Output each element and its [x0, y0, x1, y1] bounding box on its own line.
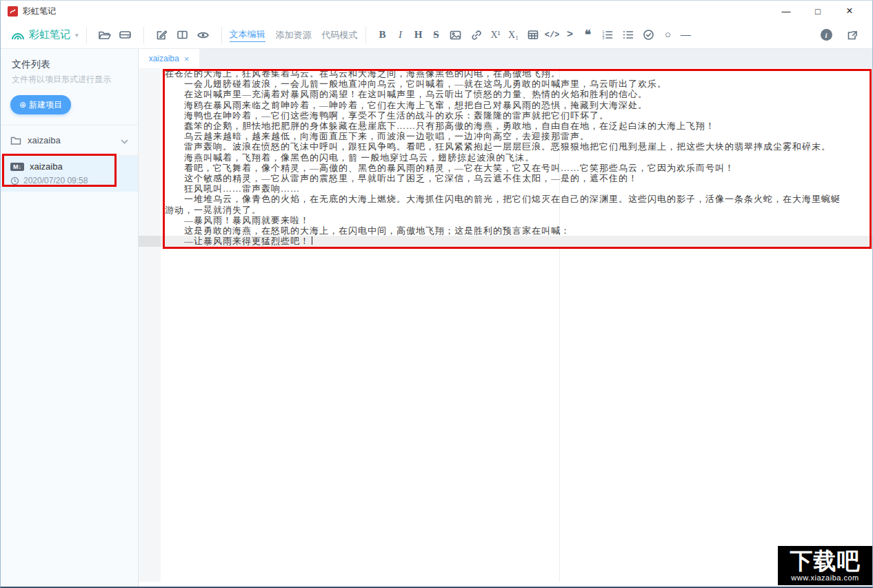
gutter-current-line-marker: [139, 236, 161, 247]
text-editor-content[interactable]: 在苍茫的大海上，狂风卷集着乌云。在乌云和大海之间，海燕像黑色的闪电，在高傲地飞翔…: [165, 68, 841, 246]
insert-image-button[interactable]: [445, 25, 466, 45]
rainbow-logo-icon: [10, 29, 26, 41]
editor-line: 海鸭也在呻吟着，—它们这些海鸭啊，享受不了生活的战斗的欢乐：轰隆隆的雷声就把它们…: [165, 110, 841, 121]
tab-label: xaizaiba: [149, 54, 179, 63]
edit-icon: [156, 30, 168, 41]
ordered-list-button[interactable]: 123: [597, 25, 618, 45]
divider: [221, 27, 222, 43]
tab-xaizaiba[interactable]: xaizaiba ×: [139, 49, 199, 68]
editor-line: 在这叫喊声里—充满着对暴风雨的渴望！在这叫喊声里，乌云听出了愤怒的力量、热情的火…: [165, 89, 841, 99]
editor-line: 看吧，它飞舞着，像个精灵，—高傲的、黑色的暴风雨的精灵，—它在大笑，它又在号叫……: [165, 163, 841, 173]
editor-line: 海鸥在暴风雨来临之前呻吟着，—呻吟着，它们在大海上飞窜，想把自己对暴风雨的恐惧，…: [165, 100, 841, 110]
minimize-button[interactable]: —: [770, 1, 802, 21]
code-button[interactable]: </>: [543, 25, 561, 45]
folder-icon: [10, 136, 21, 145]
heading-button[interactable]: H: [410, 25, 428, 45]
insert-table-button[interactable]: [523, 25, 543, 45]
editor-line: 狂风吼叫……雷声轰响……: [165, 183, 841, 194]
window-title: 彩虹笔记: [23, 6, 56, 17]
close-button[interactable]: ×: [834, 1, 865, 21]
quote-button[interactable]: ❝: [579, 25, 597, 45]
divider: [365, 27, 366, 43]
link-icon: [471, 30, 482, 41]
editor-line: 蠢笨的企鹅，胆怯地把肥胖的身体躲藏在悬崖底下……只有那高傲的海燕，勇敢地，自由自…: [165, 121, 841, 131]
editor-line: —暴风雨！暴风雨就要来啦！: [165, 215, 841, 225]
new-project-button[interactable]: ⊕ 新建项目: [10, 95, 71, 114]
sidebar-file-xaizaiba[interactable]: M↓ xaizaiba 2020/07/20 09:58: [1, 156, 138, 192]
ordered-list-icon: 123: [601, 30, 613, 40]
check-circle-icon: [643, 29, 654, 41]
info-button[interactable]: i: [816, 25, 836, 45]
folder-open-icon: [98, 30, 111, 41]
table-icon: [528, 30, 539, 40]
preview-button[interactable]: [193, 25, 214, 45]
editor-line: 海燕叫喊着，飞翔着，像黑色的闪电，箭 一般地穿过乌云，翅膀掠起波浪的飞沫。: [165, 152, 841, 163]
save-drive-button[interactable]: [115, 25, 136, 45]
subscript-button[interactable]: X₁: [505, 25, 523, 45]
tab-add-resource[interactable]: 添加资源: [276, 29, 312, 41]
bullet-list-icon: [622, 30, 634, 40]
edit-mode-button[interactable]: [152, 25, 172, 45]
editor-gutter: [139, 68, 161, 582]
columns-icon: [177, 30, 188, 40]
superscript-button[interactable]: X¹: [487, 25, 505, 45]
watermark-logo: 下载吧: [790, 549, 861, 573]
eye-icon: [197, 30, 210, 40]
blockquote-button[interactable]: >: [561, 25, 579, 45]
divider: [86, 27, 87, 43]
editor-body: 在苍茫的大海上，狂风卷集着乌云。在乌云和大海之间，海燕像黑色的闪电，在高傲地飞翔…: [139, 68, 872, 587]
clock-icon: [10, 176, 19, 185]
toolbar: 彩虹笔记 ▾: [1, 21, 872, 49]
maximize-button[interactable]: □: [802, 1, 834, 21]
bullet-list-button[interactable]: [618, 25, 639, 45]
title-bar: 彩虹笔记 — □ ×: [1, 1, 872, 21]
share-icon: [846, 30, 859, 41]
strikethrough-button[interactable]: S: [428, 25, 445, 45]
editor-line: 在苍茫的大海上，狂风卷集着乌云。在乌云和大海之间，海燕像黑色的闪电，在高傲地飞翔…: [165, 68, 841, 79]
app-name: 彩虹笔记: [29, 28, 70, 41]
sidebar-folder-xaizaiba[interactable]: xaizaiba: [1, 125, 138, 156]
file-list-sidebar: 文件列表 文件将以项目形式进行显示 ⊕ 新建项目 xaizaiba M↓ xa: [1, 49, 139, 587]
app-logo-icon: [8, 6, 18, 17]
italic-button[interactable]: I: [392, 25, 410, 45]
file-timestamp: 2020/07/20 09:58: [23, 176, 88, 185]
tab-code-mode[interactable]: 代码模式: [322, 29, 358, 41]
info-icon: i: [821, 29, 832, 41]
split-view-button[interactable]: [172, 25, 193, 45]
new-project-label: 新建项目: [29, 99, 62, 111]
tab-bar: xaizaiba ×: [139, 49, 872, 68]
chevron-down-icon: ▾: [75, 32, 79, 39]
tab-text-edit[interactable]: 文本编辑: [230, 28, 265, 42]
editor-line: 一堆堆乌云，像青色的火焰，在无底的大海上燃烧。大海抓住闪电的箭光，把它们熄灭在自…: [165, 194, 841, 214]
editor-line-current: —让暴风雨来得更猛烈些吧！: [165, 236, 841, 246]
watermark-url: www.xiazaiba.com: [791, 574, 859, 582]
bold-button[interactable]: B: [374, 25, 392, 45]
chevron-down-icon[interactable]: [121, 134, 128, 147]
app-menu[interactable]: 彩虹笔记 ▾: [10, 28, 79, 41]
plus-circle-icon: ⊕: [19, 100, 26, 110]
editor-line: 一会儿翅膀碰着波浪，一会儿箭一般地直冲向乌云，它叫喊着，—就在这鸟儿勇敢的叫喊声…: [165, 79, 841, 89]
drive-icon: [119, 30, 132, 40]
tab-close-icon[interactable]: ×: [184, 54, 190, 64]
sidebar-title: 文件列表: [1, 49, 138, 74]
file-name: xaizaiba: [30, 161, 63, 172]
editor-area: xaizaiba × 在苍茫的大海上，狂风卷集着乌云。在乌云和大海之间，海燕像黑…: [139, 49, 872, 587]
svg-text:3: 3: [603, 36, 605, 40]
watermark: 下载吧 www.xiazaiba.com: [778, 546, 872, 585]
insert-link-button[interactable]: [466, 25, 487, 45]
editor-line: 雷声轰响。波浪在愤怒的飞沫中呼叫，跟狂风争鸣。看吧，狂风紧紧抱起一层层巨浪。恶狠…: [165, 141, 841, 152]
editor-line: 这是勇敢的海燕，在怒吼的大海上，在闪电中间，高傲地飞翔；这是胜利的预言家在叫喊：: [165, 225, 841, 236]
share-button[interactable]: [842, 25, 863, 45]
editor-line-text: —让暴风雨来得更猛烈些吧！: [184, 236, 310, 246]
task-list-button[interactable]: [639, 25, 659, 45]
sidebar-subtitle: 文件将以项目形式进行显示: [1, 74, 138, 85]
editor-line: 乌云越来越暗，越来越低，向海面直压下来，而波浪一边歌唱，一边冲向高空，去迎接那雷…: [165, 131, 841, 141]
folder-name: xaizaiba: [28, 135, 61, 145]
editor-line: 这个敏感的精灵，—它从雷声的震怒里，早就听出了困乏，它深信，乌云遮不住太阳，—是…: [165, 173, 841, 183]
markdown-file-icon: M↓: [10, 163, 24, 171]
circle-button[interactable]: ○: [659, 25, 677, 45]
open-folder-button[interactable]: [94, 25, 115, 45]
image-icon: [450, 30, 461, 40]
divider: [143, 27, 144, 43]
horizontal-rule-button[interactable]: —: [677, 25, 695, 45]
